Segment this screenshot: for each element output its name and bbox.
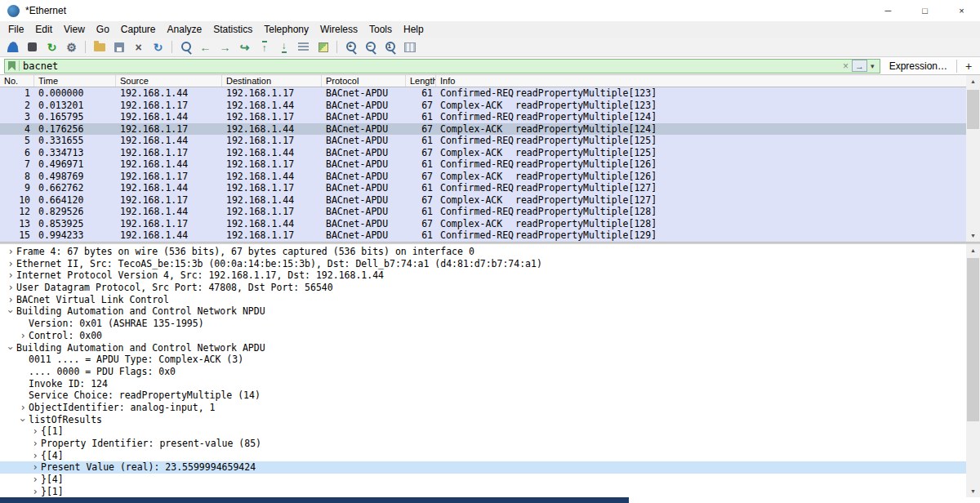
details-scroll-thumb[interactable] [967,258,979,421]
save-file-icon[interactable] [110,39,127,56]
packet-row-5[interactable]: 50.331655192.168.1.44192.168.1.17BACnet-… [0,135,966,147]
detail-line[interactable]: ›Present Value (real): 23.5599994659424 [0,461,966,474]
menu-go[interactable]: Go [91,22,115,37]
expand-arrow-icon[interactable]: › [5,246,16,258]
resize-columns-icon[interactable] [401,39,418,56]
filter-dropdown-icon[interactable]: ▾ [871,62,875,70]
packet-row-2[interactable]: 20.013201192.168.1.17192.168.1.44BACnet-… [0,100,966,112]
column-header-info[interactable]: Info [436,75,966,87]
expand-arrow-icon[interactable]: › [29,450,41,462]
column-header-time[interactable]: Time [34,75,116,87]
detail-line[interactable]: ›User Datagram Protocol, Src Port: 47808… [0,282,966,294]
packet-row-12[interactable]: 120.829526192.168.1.44192.168.1.17BACnet… [0,206,966,218]
capture-options-icon[interactable]: ⚙ [63,39,80,56]
expand-arrow-icon[interactable]: › [5,282,16,294]
minimize-button[interactable]: ─ [870,0,906,21]
detail-line[interactable]: ›Frame 4: 67 bytes on wire (536 bits), 6… [0,246,966,258]
detail-line[interactable]: ›Property Identifier: present-value (85) [0,438,966,450]
packet-row-6[interactable]: 60.334713192.168.1.17192.168.1.44BACnet-… [0,147,966,159]
detail-line[interactable]: ›BACnet Virtual Link Control [0,294,966,306]
packet-row-3[interactable]: 30.165795192.168.1.44192.168.1.17BACnet-… [0,111,966,123]
column-header-protocol[interactable]: Protocol [322,75,406,87]
menu-file[interactable]: File [2,22,29,37]
packet-row-7[interactable]: 70.496971192.168.1.44192.168.1.17BACnet-… [0,158,966,171]
detail-line[interactable]: Version: 0x01 (ASHRAE 135-1995) [0,318,966,330]
packet-list-scrollbar[interactable]: ▲ ▼ [966,75,980,242]
detail-line[interactable]: ›Building Automation and Control Network… [0,305,966,318]
start-capture-icon[interactable] [4,39,21,56]
zoom-in-icon[interactable]: + [342,39,359,56]
column-header-length[interactable]: Length [406,75,436,87]
zoom-normal-icon[interactable]: 1 [381,39,399,56]
packet-row-4[interactable]: 40.176256192.168.1.17192.168.1.44BACnet-… [0,123,966,136]
detail-line[interactable]: ›listOfResults [0,414,966,426]
filter-apply-icon[interactable]: → [852,60,867,72]
detail-line[interactable]: ›}[4] [0,474,966,486]
detail-line[interactable]: ›{[4] [0,450,966,462]
display-filter-field[interactable]: × → ▾ [4,59,880,73]
expand-arrow-icon[interactable]: › [29,425,41,438]
menu-statistics[interactable]: Statistics [207,22,258,37]
expand-arrow-icon[interactable]: › [29,461,41,474]
detail-line[interactable]: ›{[1] [0,425,966,438]
stop-capture-icon[interactable] [24,39,41,56]
detail-line[interactable]: ›Control: 0x00 [0,330,966,342]
packet-row-15[interactable]: 150.994233192.168.1.44192.168.1.17BACnet… [0,229,966,242]
packet-list-scroll-thumb[interactable] [967,90,979,129]
filter-bookmark-icon[interactable] [8,61,16,71]
packet-row-9[interactable]: 90.662762192.168.1.44192.168.1.17BACnet-… [0,182,966,194]
menu-analyze[interactable]: Analyze [162,22,208,37]
go-to-packet-icon[interactable]: ↪ [236,39,253,56]
detail-line[interactable]: Service Choice: readPropertyMultiple (14… [0,389,966,402]
reload-file-icon[interactable]: ↻ [149,39,167,56]
menu-edit[interactable]: Edit [29,22,58,37]
details-scrollbar[interactable]: ▲ ▼ [966,244,980,497]
menu-telephony[interactable]: Telephony [258,22,314,37]
expand-arrow-icon[interactable]: › [17,402,29,414]
close-file-icon[interactable]: × [130,39,147,56]
expand-arrow-icon[interactable]: › [29,474,41,486]
expand-arrow-icon[interactable]: › [5,294,16,306]
scroll-up-icon[interactable]: ▲ [966,244,980,256]
detail-line[interactable]: ›}[1] [0,486,966,497]
restart-capture-icon[interactable]: ↻ [43,39,60,56]
detail-line[interactable]: ›Building Automation and Control Network… [0,342,966,354]
maximize-button[interactable]: □ [906,0,943,21]
collapse-arrow-icon[interactable]: › [5,342,17,354]
expression-button[interactable]: Expression… [884,60,952,72]
menu-wireless[interactable]: Wireless [314,22,363,37]
scroll-down-icon[interactable]: ▼ [966,485,980,497]
go-first-packet-icon[interactable]: ↑ [256,39,273,56]
packet-row-10[interactable]: 100.664120192.168.1.17192.168.1.44BACnet… [0,194,966,207]
display-filter-input[interactable] [23,60,840,73]
detail-line[interactable]: Invoke ID: 124 [0,378,966,390]
go-last-packet-icon[interactable]: ↓ [275,39,292,56]
detail-line[interactable]: ›ObjectIdentifier: analog-input, 1 [0,402,966,414]
detail-line[interactable]: ›Internet Protocol Version 4, Src: 192.1… [0,269,966,282]
scroll-down-icon[interactable]: ▼ [966,229,980,242]
packet-row-8[interactable]: 80.498769192.168.1.17192.168.1.44BACnet-… [0,171,966,183]
zoom-out-icon[interactable]: − [362,39,379,56]
go-forward-icon[interactable]: → [216,39,234,56]
menu-view[interactable]: View [58,22,91,37]
expand-arrow-icon[interactable]: › [29,438,41,450]
column-header-no[interactable]: No. [0,75,34,87]
expand-arrow-icon[interactable]: › [29,486,41,497]
packet-row-1[interactable]: 10.000000192.168.1.44192.168.1.17BACnet-… [0,87,966,100]
detail-line[interactable]: .... 0000 = PDU Flags: 0x0 [0,366,966,378]
filter-clear-icon[interactable]: × [843,60,849,72]
open-file-icon[interactable] [91,39,108,56]
expand-arrow-icon[interactable]: › [5,258,16,270]
detail-line[interactable]: ›Ethernet II, Src: TecoAS_be:15:3b (00:0… [0,258,966,270]
menu-capture[interactable]: Capture [115,22,162,37]
colorize-icon[interactable] [314,39,332,56]
find-packet-icon[interactable] [177,39,194,56]
collapse-arrow-icon[interactable]: › [17,414,29,425]
go-back-icon[interactable]: ← [197,39,214,56]
expand-arrow-icon[interactable]: › [17,330,29,342]
packet-row-13[interactable]: 130.853925192.168.1.17192.168.1.44BACnet… [0,218,966,230]
column-header-source[interactable]: Source [116,75,222,87]
add-filter-button[interactable]: + [961,60,976,73]
menu-help[interactable]: Help [398,22,430,37]
menu-tools[interactable]: Tools [363,22,398,37]
